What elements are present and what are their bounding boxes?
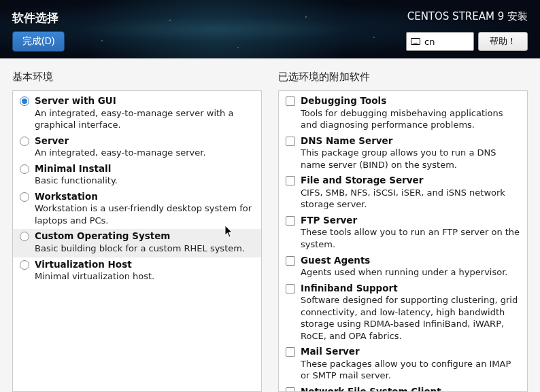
env-item[interactable]: Virtualization HostMinimal virtualizatio… — [13, 257, 261, 285]
checkbox-icon[interactable] — [286, 284, 295, 293]
env-item[interactable]: Server with GUIAn integrated, easy-to-ma… — [13, 94, 261, 134]
page-title: 软件选择 — [12, 10, 58, 26]
checkbox-icon[interactable] — [286, 216, 295, 226]
product-label: CENTOS STREAM 9 安装 — [407, 10, 528, 23]
addon-item-desc: This package group allows you to run a D… — [301, 147, 520, 171]
base-env-list[interactable]: Server with GUIAn integrated, easy-to-ma… — [12, 90, 262, 392]
env-item-title: Server — [35, 135, 254, 147]
checkbox-icon[interactable] — [286, 387, 295, 392]
radio-icon[interactable] — [20, 260, 29, 270]
radio-icon[interactable] — [20, 164, 29, 174]
header: 软件选择 CENTOS STREAM 9 安装 完成(D) cn 帮助！ — [0, 0, 540, 58]
addon-item[interactable]: Mail ServerThese packages allow you to c… — [279, 344, 527, 385]
addon-panel: 已选环境的附加软件 Debugging ToolsTools for debug… — [278, 71, 528, 392]
checkbox-icon[interactable] — [286, 176, 295, 185]
addon-item-title: FTP Server — [301, 215, 520, 227]
env-item-desc: Basic functionality. — [35, 175, 254, 187]
done-button[interactable]: 完成(D) — [12, 31, 65, 52]
base-env-panel: 基本环境 Server with GUIAn integrated, easy-… — [12, 71, 262, 392]
env-item-desc: An integrated, easy-to-manage server wit… — [35, 107, 254, 131]
env-item-desc: Minimal virtualization host. — [35, 270, 254, 283]
addon-item[interactable]: Infiniband SupportSoftware designed for … — [279, 281, 527, 345]
checkbox-icon[interactable] — [286, 137, 295, 146]
env-item[interactable]: WorkstationWorkstation is a user-friendl… — [13, 190, 261, 230]
addon-item-title: Guest Agents — [301, 255, 520, 267]
env-item-title: Server with GUI — [35, 95, 254, 107]
addon-item[interactable]: DNS Name ServerThis package group allows… — [279, 134, 527, 174]
env-item[interactable]: ServerAn integrated, easy-to-manage serv… — [13, 134, 261, 162]
addon-item[interactable]: File and Storage ServerCIFS, SMB, NFS, i… — [279, 173, 527, 213]
addon-item-desc: CIFS, SMB, NFS, iSCSI, iSER, and iSNS ne… — [301, 187, 520, 211]
addon-item-desc: These packages allow you to configure an… — [301, 358, 520, 382]
keyboard-layout-label: cn — [424, 37, 435, 47]
checkbox-icon[interactable] — [286, 96, 295, 106]
env-item-desc: An integrated, easy-to-manage server. — [35, 147, 254, 159]
content: 基本环境 Server with GUIAn integrated, easy-… — [0, 58, 540, 392]
addon-list[interactable]: Debugging ToolsTools for debugging misbe… — [278, 90, 528, 392]
env-item-desc: Basic building block for a custom RHEL s… — [35, 243, 254, 255]
help-button[interactable]: 帮助！ — [478, 32, 528, 51]
addon-item[interactable]: FTP ServerThese tools allow you to run a… — [279, 213, 527, 253]
addon-item-desc: Agents used when running under a hypervi… — [301, 266, 520, 279]
radio-icon[interactable] — [20, 137, 29, 146]
addon-item-title: Debugging Tools — [301, 95, 520, 107]
env-item-title: Custom Operating System — [35, 230, 254, 243]
checkbox-icon[interactable] — [286, 347, 295, 357]
addon-item-desc: Tools for debugging misbehaving applicat… — [301, 107, 520, 131]
base-env-heading: 基本环境 — [12, 71, 262, 84]
addon-item-title: File and Storage Server — [301, 175, 520, 187]
env-item-title: Virtualization Host — [35, 259, 254, 271]
addon-item[interactable]: Network File System ClientEnables the sy… — [279, 385, 527, 392]
env-item[interactable]: Minimal InstallBasic functionality. — [13, 162, 261, 190]
keyboard-icon — [411, 38, 420, 45]
addon-item-title: Mail Server — [301, 346, 520, 358]
keyboard-selector[interactable]: cn — [406, 32, 474, 51]
checkbox-icon[interactable] — [286, 256, 295, 266]
addon-item[interactable]: Debugging ToolsTools for debugging misbe… — [279, 94, 527, 134]
addon-item-title: DNS Name Server — [301, 135, 520, 147]
addon-item[interactable]: Guest AgentsAgents used when running und… — [279, 253, 527, 281]
env-item-title: Workstation — [35, 191, 254, 203]
radio-icon[interactable] — [20, 96, 29, 106]
addon-item-title: Network File System Client — [301, 386, 520, 392]
addon-item-title: Infiniband Support — [301, 283, 520, 295]
env-item-desc: Workstation is a user-friendly desktop s… — [35, 202, 254, 226]
addon-item-desc: These tools allow you to run an FTP serv… — [301, 226, 520, 250]
addon-item-desc: Software designed for supporting cluster… — [301, 294, 520, 342]
env-item[interactable]: Custom Operating SystemBasic building bl… — [13, 229, 261, 257]
addon-heading: 已选环境的附加软件 — [278, 71, 528, 84]
radio-icon[interactable] — [20, 192, 29, 202]
radio-icon[interactable] — [20, 232, 29, 241]
env-item-title: Minimal Install — [35, 163, 254, 175]
